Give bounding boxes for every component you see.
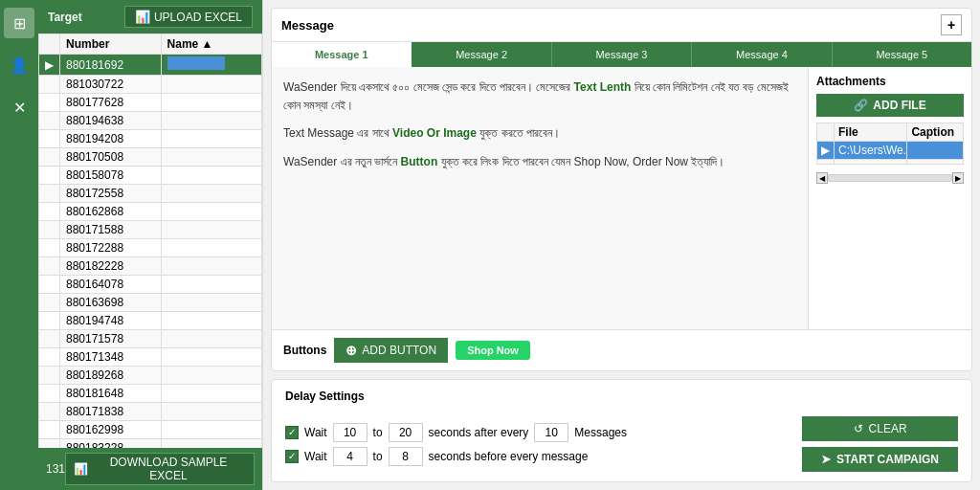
- arrow-cell: ▶: [39, 55, 60, 76]
- number-cell: 881030722: [60, 76, 162, 94]
- message-tab[interactable]: Message 4: [692, 42, 832, 67]
- table-row[interactable]: 880194208: [39, 130, 262, 148]
- add-button-button[interactable]: ⊕ ADD BUTTON: [334, 338, 448, 363]
- delay-row-1: Wait to seconds after every Messages: [285, 423, 792, 442]
- message-tab[interactable]: Message 1: [272, 42, 412, 67]
- add-file-button[interactable]: 🔗 ADD FILE: [816, 94, 964, 117]
- row-count: 131: [46, 462, 65, 476]
- delay-checkbox-1[interactable]: [285, 426, 299, 439]
- message-title: Message: [281, 18, 334, 33]
- table-row[interactable]: 880189268: [39, 367, 262, 385]
- start-campaign-button[interactable]: ➤ START CAMPAIGN: [802, 447, 958, 472]
- message-panel-header: Message +: [272, 9, 971, 42]
- table-row[interactable]: 880177628: [39, 94, 262, 112]
- arrow-cell: [39, 385, 60, 403]
- attach-row[interactable]: [817, 160, 964, 165]
- left-panel: Target 📊 UPLOAD EXCEL Number Name ▲ ▶ 88…: [38, 0, 263, 490]
- name-cell: [161, 203, 261, 221]
- table-row[interactable]: 880162998: [39, 421, 262, 439]
- table-row[interactable]: 880162868: [39, 203, 262, 221]
- delay-suffix-1: seconds after every: [429, 426, 529, 439]
- buttons-label: Buttons: [283, 344, 326, 357]
- main-content: Message + Message 1Message 2Message 3Mes…: [263, 0, 980, 490]
- add-tab-button[interactable]: +: [941, 14, 962, 35]
- numbers-table: Number Name ▲ ▶ 880181692 881030722 8801…: [38, 33, 262, 448]
- arrow-cell: [39, 367, 60, 385]
- scroll-right-button[interactable]: ▶: [952, 172, 964, 184]
- name-cell: [161, 276, 261, 294]
- table-row[interactable]: 880171838: [39, 403, 262, 421]
- number-cell: 880181648: [60, 385, 162, 403]
- table-row[interactable]: 880172558: [39, 185, 262, 203]
- arrow-cell: [39, 221, 60, 239]
- table-row[interactable]: 880164078: [39, 276, 262, 294]
- table-row[interactable]: 880171588: [39, 221, 262, 239]
- arrow-cell: [39, 439, 60, 449]
- table-row[interactable]: 880163698: [39, 294, 262, 312]
- download-sample-button[interactable]: 📊 DOWNLOAD SAMPLE EXCEL: [65, 453, 255, 485]
- upload-excel-button[interactable]: 📊 UPLOAD EXCEL: [124, 6, 253, 28]
- attach-arrow-cell: ▶: [817, 142, 835, 160]
- numbers-table-container[interactable]: Number Name ▲ ▶ 880181692 881030722 8801…: [38, 33, 262, 448]
- table-row[interactable]: 881030722: [39, 76, 262, 94]
- plus-icon: ⊕: [345, 343, 357, 358]
- target-label: Target: [48, 11, 82, 24]
- name-cell: [161, 439, 261, 449]
- name-cell: [161, 185, 261, 203]
- table-row[interactable]: 880158078: [39, 167, 262, 185]
- table-row[interactable]: 880181648: [39, 385, 262, 403]
- table-row[interactable]: 880171578: [39, 330, 262, 348]
- arrow-cell: [39, 167, 60, 185]
- delay-suffix-2: seconds before every message: [429, 450, 589, 463]
- clear-button[interactable]: ↺ CLEAR: [802, 416, 958, 441]
- table-row[interactable]: 880194748: [39, 312, 262, 330]
- number-cell: 880182228: [60, 257, 162, 276]
- number-cell: 880189268: [60, 367, 162, 385]
- number-cell: 880194748: [60, 312, 162, 330]
- send-icon: ➤: [821, 453, 831, 466]
- table-row[interactable]: 880183228: [39, 439, 262, 449]
- left-panel-header: Target 📊 UPLOAD EXCEL: [38, 0, 262, 33]
- delay-to-2: to: [373, 450, 383, 463]
- arrow-cell: [39, 94, 60, 112]
- users-icon[interactable]: 👤: [4, 50, 34, 80]
- scroll-left-button[interactable]: ◀: [816, 172, 828, 184]
- message-tab[interactable]: Message 2: [412, 42, 551, 67]
- action-buttons: ↺ CLEAR ➤ START CAMPAIGN: [802, 416, 958, 472]
- table-row[interactable]: 880171348: [39, 348, 262, 367]
- attach-arrow-header: [817, 123, 835, 142]
- delay-every-count-1[interactable]: [534, 423, 568, 442]
- number-cell: 880171348: [60, 348, 162, 367]
- delay-wait-to-1[interactable]: [389, 423, 423, 442]
- table-row[interactable]: 880170508: [39, 148, 262, 167]
- name-cell: [161, 94, 261, 112]
- delay-checkbox-2[interactable]: [285, 450, 299, 463]
- name-cell: [161, 167, 261, 185]
- name-col-header: Name ▲: [161, 34, 261, 55]
- table-row[interactable]: 880194638: [39, 112, 262, 130]
- delay-row-2: Wait to seconds before every message: [285, 447, 792, 466]
- message-tab[interactable]: Message 5: [833, 42, 971, 67]
- table-row[interactable]: 880172288: [39, 239, 262, 257]
- attachments-scrollbar[interactable]: ◀ ▶: [816, 172, 964, 184]
- table-row[interactable]: 880182228: [39, 257, 262, 276]
- number-cell: 880162868: [60, 203, 162, 221]
- excel-icon: 📊: [135, 10, 150, 24]
- scrollbar-track[interactable]: [828, 174, 952, 182]
- name-cell: [161, 112, 261, 130]
- shop-now-pill[interactable]: Shop Now: [456, 341, 530, 360]
- delay-wait-from-2[interactable]: [333, 447, 368, 466]
- file-col-header: File: [835, 123, 907, 142]
- number-cell: 880170508: [60, 148, 162, 167]
- home-icon[interactable]: ⊞: [4, 8, 34, 38]
- attach-row[interactable]: ▶ C:\Users\We...: [817, 142, 964, 160]
- close-icon[interactable]: ✕: [4, 92, 34, 122]
- arrow-cell: [39, 257, 60, 276]
- table-row[interactable]: ▶ 880181692: [39, 55, 262, 76]
- excel-icon-footer: 📊: [74, 462, 88, 476]
- delay-wait-to-2[interactable]: [389, 447, 423, 466]
- delay-wait-from-1[interactable]: [333, 423, 368, 442]
- name-cell: [161, 367, 261, 385]
- message-tab[interactable]: Message 3: [552, 42, 692, 67]
- message-text-area[interactable]: WaSender দিয়ে একসাথে ৫০০ মেসেজ সেন্ড কর…: [272, 67, 809, 329]
